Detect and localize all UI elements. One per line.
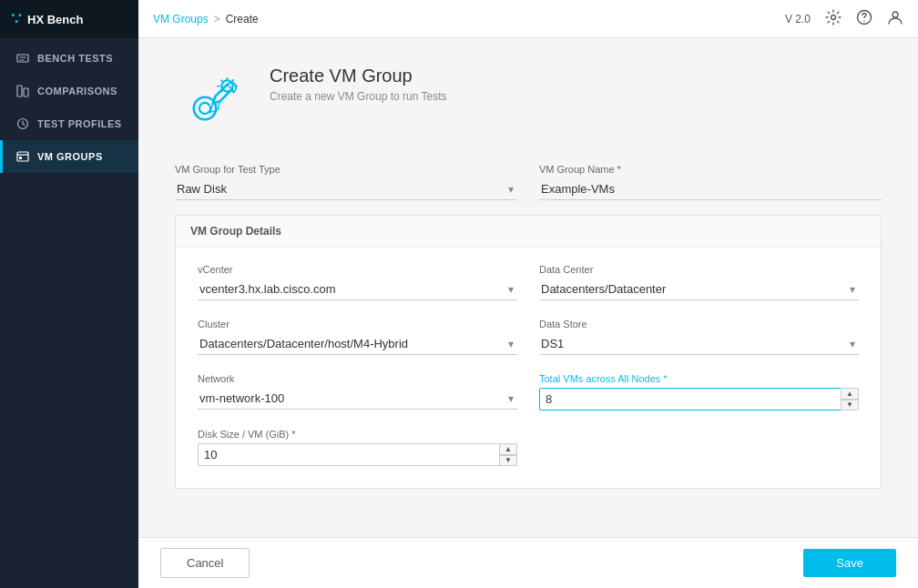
vm-groups-label: VM Groups [37, 151, 103, 162]
comparisons-label: Comparisons [37, 86, 117, 96]
save-button[interactable]: Save [803, 549, 896, 577]
sidebar-item-bench-tests[interactable]: Bench Tests [0, 42, 138, 75]
disk-size-field: Disk Size / VM (GiB) * ▲ ▼ [198, 429, 517, 466]
network-field: Network vm-network-100 [198, 373, 517, 411]
vm-groups-icon [15, 149, 30, 164]
datacenter-select-wrap[interactable]: Datacenters/Datacenter [539, 279, 859, 300]
vcenter-field: vCenter vcenter3.hx.lab.cisco.com [198, 264, 517, 300]
sidebar-item-test-profiles[interactable]: Test Profiles [0, 107, 138, 140]
vcenter-label: vCenter [198, 264, 517, 275]
breadcrumb-current: Create [226, 13, 259, 25]
svg-rect-2 [24, 88, 28, 96]
cluster-select[interactable]: Datacenters/Datacenter/host/M4-Hybrid [198, 333, 517, 355]
sidebar-item-vm-groups[interactable]: VM Groups [0, 140, 138, 173]
vm-group-type-field: VM Group for Test Type Raw Disk VMFS NFS [175, 164, 517, 200]
cluster-field: Cluster Datacenters/Datacenter/host/M4-H… [198, 319, 517, 355]
content-area: Create VM Group Create a new VM Group to… [138, 38, 918, 588]
panel-row-2: Cluster Datacenters/Datacenter/host/M4-H… [198, 319, 859, 355]
sidebar: ∵ HX Bench Bench Tests Comparisons [0, 0, 138, 588]
vm-group-create-icon [179, 70, 243, 134]
vcenter-select-wrap[interactable]: vcenter3.hx.lab.cisco.com [198, 279, 517, 300]
page-subtitle: Create a new VM Group to run Tests [270, 90, 447, 103]
vm-group-name-label: VM Group Name * [539, 164, 882, 175]
svg-rect-4 [17, 152, 28, 161]
footer: Cancel Save [138, 537, 918, 588]
total-vms-stepper-buttons: ▲ ▼ [841, 388, 859, 411]
svg-point-11 [199, 103, 210, 114]
settings-icon[interactable] [825, 9, 842, 29]
disk-size-label: Disk Size / VM (GiB) * [198, 429, 517, 440]
sidebar-header: ∵ HX Bench [0, 0, 138, 38]
disk-size-stepper-wrap[interactable]: ▲ ▼ [198, 443, 517, 466]
vm-group-type-label: VM Group for Test Type [175, 164, 517, 175]
user-icon[interactable] [887, 9, 903, 29]
panel-body: vCenter vcenter3.hx.lab.cisco.com Data C… [176, 248, 881, 488]
topbar: VM Groups > Create V 2.0 [138, 0, 918, 38]
form-top-row: VM Group for Test Type Raw Disk VMFS NFS… [175, 164, 882, 200]
disk-size-increment-button[interactable]: ▲ [499, 443, 517, 455]
cluster-label: Cluster [198, 319, 517, 329]
disk-size-decrement-button[interactable]: ▼ [499, 455, 517, 467]
total-vms-decrement-button[interactable]: ▼ [841, 400, 859, 411]
datastore-select-wrap[interactable]: DS1 [539, 333, 859, 355]
sidebar-item-comparisons[interactable]: Comparisons [0, 75, 138, 107]
network-label: Network [198, 373, 517, 384]
network-select[interactable]: vm-network-100 [198, 388, 517, 410]
vm-group-name-field: VM Group Name * [539, 164, 882, 200]
network-select-wrap[interactable]: vm-network-100 [198, 388, 517, 410]
svg-point-9 [892, 12, 898, 17]
svg-point-8 [863, 20, 864, 21]
datacenter-select[interactable]: Datacenters/Datacenter [539, 279, 859, 300]
total-vms-stepper-wrap[interactable]: ▲ ▼ [539, 388, 859, 411]
disk-size-spacer [539, 429, 859, 466]
total-vms-label: Total VMs across All Nodes * [539, 373, 859, 384]
breadcrumb-separator: > [214, 13, 220, 25]
datastore-select[interactable]: DS1 [539, 333, 859, 355]
help-icon[interactable] [856, 9, 872, 29]
breadcrumb-parent[interactable]: VM Groups [153, 13, 209, 25]
disk-size-input[interactable] [198, 443, 517, 466]
cluster-select-wrap[interactable]: Datacenters/Datacenter/host/M4-Hybrid [198, 333, 517, 355]
datacenter-label: Data Center [539, 264, 859, 275]
cisco-logo-icon: ∵ [11, 9, 20, 29]
create-header-text: Create VM Group Create a new VM Group to… [270, 66, 447, 103]
svg-point-6 [831, 15, 836, 19]
svg-rect-5 [19, 157, 22, 159]
datastore-field: Data Store DS1 [539, 319, 859, 355]
panel-row-4: Disk Size / VM (GiB) * ▲ ▼ [198, 429, 859, 466]
test-profiles-label: Test Profiles [37, 118, 122, 129]
test-profiles-icon [15, 117, 30, 131]
svg-rect-0 [17, 55, 28, 62]
total-vms-input[interactable] [539, 388, 859, 411]
version-label: V 2.0 [785, 13, 811, 25]
breadcrumb: VM Groups > Create [153, 13, 259, 25]
vm-group-type-select-wrap[interactable]: Raw Disk VMFS NFS [175, 178, 517, 200]
vcenter-select[interactable]: vcenter3.hx.lab.cisco.com [198, 279, 517, 300]
page-title: Create VM Group [270, 66, 447, 86]
app-title: HX Bench [27, 13, 83, 26]
disk-size-stepper-buttons: ▲ ▼ [499, 443, 517, 466]
total-vms-field: Total VMs across All Nodes * ▲ ▼ [539, 373, 859, 411]
cancel-button[interactable]: Cancel [160, 548, 250, 578]
create-header: Create VM Group Create a new VM Group to… [175, 66, 882, 138]
svg-rect-1 [17, 86, 22, 96]
panel-row-3: Network vm-network-100 Total VMs across … [198, 373, 859, 411]
total-vms-increment-button[interactable]: ▲ [841, 388, 859, 400]
bench-tests-icon [15, 51, 30, 66]
create-icon-wrap [175, 66, 248, 138]
vm-group-name-input[interactable] [539, 178, 882, 200]
sidebar-nav: Bench Tests Comparisons Test Profiles [0, 42, 138, 173]
bench-tests-label: Bench Tests [37, 53, 113, 64]
comparisons-icon [15, 84, 30, 98]
main-area: VM Groups > Create V 2.0 [138, 0, 918, 588]
topbar-right: V 2.0 [785, 9, 903, 29]
vm-group-type-select[interactable]: Raw Disk VMFS NFS [175, 178, 517, 200]
vm-group-details-panel: VM Group Details vCenter vcenter3.hx.lab… [175, 215, 882, 489]
panel-header: VM Group Details [176, 216, 881, 248]
panel-row-1: vCenter vcenter3.hx.lab.cisco.com Data C… [198, 264, 859, 300]
datastore-label: Data Store [539, 319, 859, 329]
datacenter-field: Data Center Datacenters/Datacenter [539, 264, 859, 300]
